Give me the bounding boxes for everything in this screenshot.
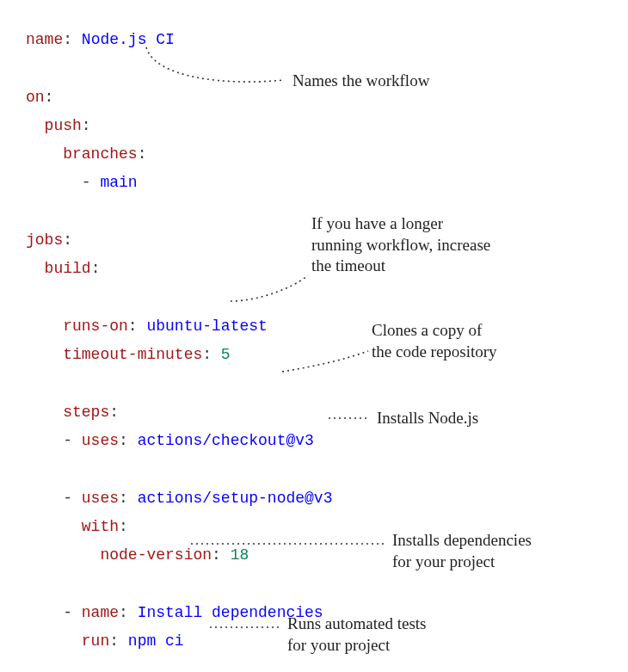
code-line	[26, 570, 611, 599]
code-line: - main	[26, 169, 611, 197]
key-branches: branches	[63, 145, 137, 163]
key-jobs: jobs	[26, 231, 63, 249]
code-line: name: Node.js CI	[26, 26, 611, 54]
val-name: Node.js CI	[82, 31, 175, 48]
code-line: steps:	[26, 398, 611, 427]
key-node-version: node-version	[100, 546, 212, 564]
val-setup-node: actions/setup-node@v3	[138, 490, 333, 507]
key-uses: uses	[82, 432, 119, 449]
key-on: on	[26, 89, 45, 106]
key-run: run	[82, 632, 109, 650]
annotation-runs-tests: Runs automated testsfor your project	[287, 613, 426, 656]
key-timeout: timeout-minutes	[63, 346, 202, 363]
code-line: - uses: actions/setup-node@v3	[26, 484, 611, 513]
key-name: name	[26, 31, 63, 48]
code-line	[26, 370, 611, 398]
key-build: build	[45, 260, 91, 277]
code-line	[26, 455, 611, 484]
annotation-clones: Clones a copy ofthe code repository	[372, 320, 497, 362]
code-line: push:	[26, 112, 611, 140]
key-step-name: name	[82, 604, 119, 621]
code-line: - uses: actions/checkout@v3	[26, 427, 611, 455]
code-line: branches:	[26, 140, 611, 169]
val-checkout: actions/checkout@v3	[138, 432, 314, 449]
key-uses: uses	[82, 490, 119, 507]
code-line	[26, 284, 611, 312]
key-with: with	[82, 518, 119, 535]
val-runs-on: ubuntu-latest	[146, 318, 267, 335]
val-node-version: 18	[231, 546, 249, 564]
code-line: runs-on: ubuntu-latest	[26, 312, 611, 341]
code-line: timeout-minutes: 5	[26, 341, 611, 369]
yaml-code-block: name: Node.js CI on: push: branches: - m…	[26, 26, 611, 672]
val-branch: main	[100, 174, 137, 191]
key-steps: steps	[63, 404, 109, 421]
key-runs-on: runs-on	[63, 318, 128, 335]
annotation-timeout: If you have a longerrunning workflow, in…	[311, 213, 490, 277]
val-timeout: 5	[221, 346, 231, 363]
val-install-cmd: npm ci	[128, 632, 184, 650]
annotation-installs-node: Installs Node.js	[377, 408, 478, 429]
annotation-names: Names the workflow	[292, 71, 429, 92]
code-line	[26, 657, 611, 672]
annotation-installs-deps: Installs dependenciesfor your project	[392, 530, 532, 572]
key-push: push	[45, 117, 82, 134]
